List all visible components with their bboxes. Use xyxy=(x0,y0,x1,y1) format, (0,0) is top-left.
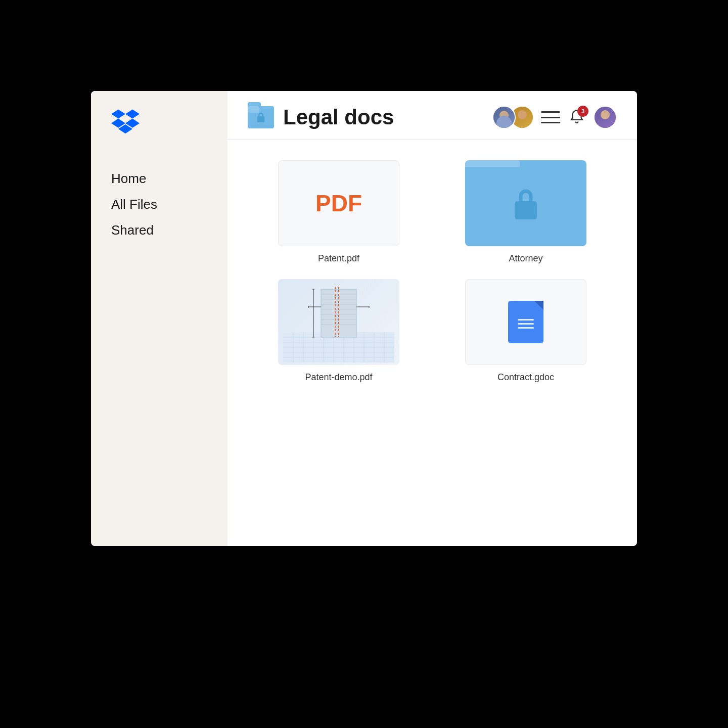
folder-thumbnail-attorney xyxy=(465,160,586,246)
file-item-patent-demo[interactable]: Patent-demo.pdf xyxy=(253,279,425,383)
gdoc-line-1 xyxy=(518,319,534,321)
gdoc-line-3 xyxy=(518,327,534,329)
gdoc-thumbnail xyxy=(465,279,586,365)
menu-button[interactable] xyxy=(541,110,560,124)
file-name-contract-gdoc: Contract.gdoc xyxy=(497,372,554,383)
folder-tab-attorney xyxy=(465,160,520,167)
file-grid: PDF Patent.pdf Attorney xyxy=(228,140,637,403)
avatar-photo-3 xyxy=(595,107,616,128)
file-name-patent-demo: Patent-demo.pdf xyxy=(305,372,372,383)
gdoc-icon xyxy=(508,301,543,343)
gdoc-lines xyxy=(518,319,534,329)
dropbox-logo xyxy=(111,109,140,133)
notifications-button[interactable]: 3 xyxy=(567,108,586,127)
sidebar-item-all-files[interactable]: All Files xyxy=(91,192,228,217)
header-actions: 3 xyxy=(492,106,617,129)
hamburger-line-1 xyxy=(541,111,560,113)
gdoc-corner xyxy=(534,301,543,310)
file-item-contract-gdoc[interactable]: Contract.gdoc xyxy=(440,279,612,383)
avatar-group xyxy=(492,106,534,129)
sidebar-item-shared[interactable]: Shared xyxy=(91,217,228,243)
app-window: Home All Files Shared Legal docs xyxy=(91,91,637,546)
hamburger-line-2 xyxy=(541,117,560,118)
sidebar: Home All Files Shared xyxy=(91,91,228,546)
svg-rect-1 xyxy=(515,201,537,219)
page-title: Legal docs xyxy=(283,105,492,129)
gdoc-line-2 xyxy=(518,323,534,325)
notification-badge: 3 xyxy=(577,106,588,117)
header-folder-icon xyxy=(248,106,274,128)
file-item-attorney[interactable]: Attorney xyxy=(440,160,612,264)
building-thumbnail xyxy=(278,279,399,365)
avatar-current-user[interactable] xyxy=(594,106,617,129)
pdf-thumbnail: PDF xyxy=(278,160,399,246)
svg-rect-0 xyxy=(257,116,265,122)
header: Legal docs xyxy=(228,91,637,140)
file-name-patent-pdf: Patent.pdf xyxy=(318,253,359,264)
lock-icon-small xyxy=(256,112,266,123)
avatar-photo-1 xyxy=(493,107,515,128)
folder-lock-icon xyxy=(510,185,542,221)
sidebar-nav: Home All Files Shared xyxy=(91,156,228,243)
hamburger-line-3 xyxy=(541,122,560,123)
file-name-attorney: Attorney xyxy=(509,253,542,264)
sidebar-item-home[interactable]: Home xyxy=(91,166,228,192)
avatar-user-1[interactable] xyxy=(492,106,516,129)
main-content: Legal docs xyxy=(228,91,637,546)
pdf-label: PDF xyxy=(315,190,362,217)
file-item-patent-pdf[interactable]: PDF Patent.pdf xyxy=(253,160,425,264)
logo-container xyxy=(91,109,228,156)
building-visual xyxy=(278,279,399,365)
building-svg xyxy=(283,282,394,362)
